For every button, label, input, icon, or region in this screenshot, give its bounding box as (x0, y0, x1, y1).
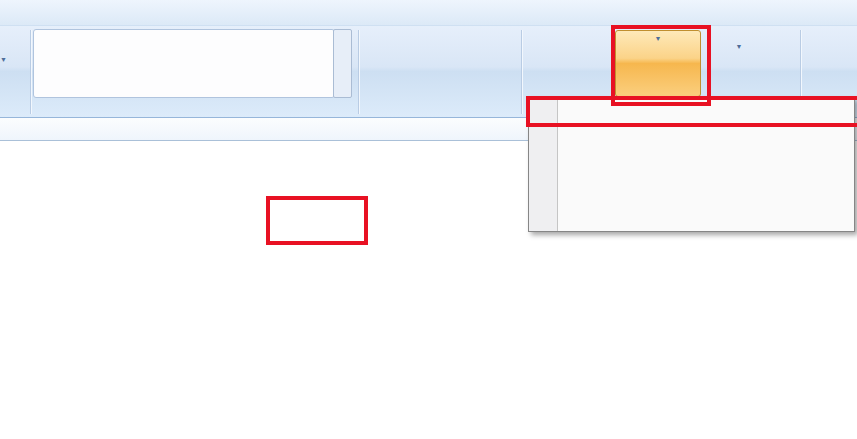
chevron-down-icon: ▼ (655, 35, 662, 42)
menu-icon-gutter (529, 98, 558, 231)
sort-filter-button[interactable]: ▼ (615, 30, 701, 97)
title-bar (0, 0, 857, 25)
chevron-down-icon: ▼ (0, 56, 7, 63)
format-as-table-button-clipped[interactable]: ▼ (0, 52, 29, 66)
group-divider (521, 30, 522, 114)
group-divider (30, 30, 31, 114)
sort-filter-dropdown-menu (528, 97, 855, 232)
cell-styles-gallery (33, 29, 335, 98)
chevron-down-icon: ▼ (736, 43, 743, 50)
gallery-scrollbar[interactable] (333, 29, 352, 98)
group-divider (358, 30, 359, 114)
find-select-button[interactable]: ▼ (706, 30, 772, 95)
excel-window: ▼ ▼ ▼ (0, 0, 857, 439)
